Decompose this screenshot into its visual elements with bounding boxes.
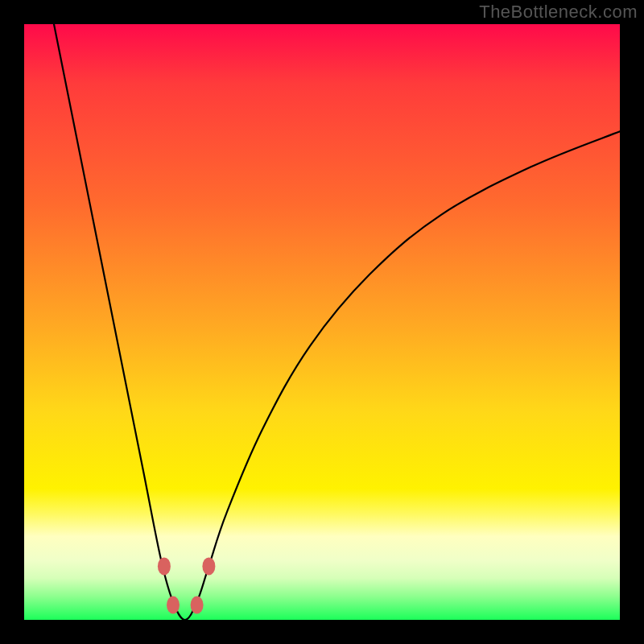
- soft-marker: [202, 557, 215, 575]
- soft-markers: [158, 557, 216, 613]
- watermark-text: TheBottleneck.com: [479, 2, 638, 23]
- bottleneck-curve: [54, 24, 620, 620]
- soft-marker: [191, 597, 204, 614]
- curve-layer: [24, 24, 620, 620]
- soft-marker: [167, 597, 180, 614]
- plot-area: [24, 24, 620, 620]
- soft-marker: [158, 557, 171, 575]
- chart-frame: TheBottleneck.com: [0, 0, 644, 644]
